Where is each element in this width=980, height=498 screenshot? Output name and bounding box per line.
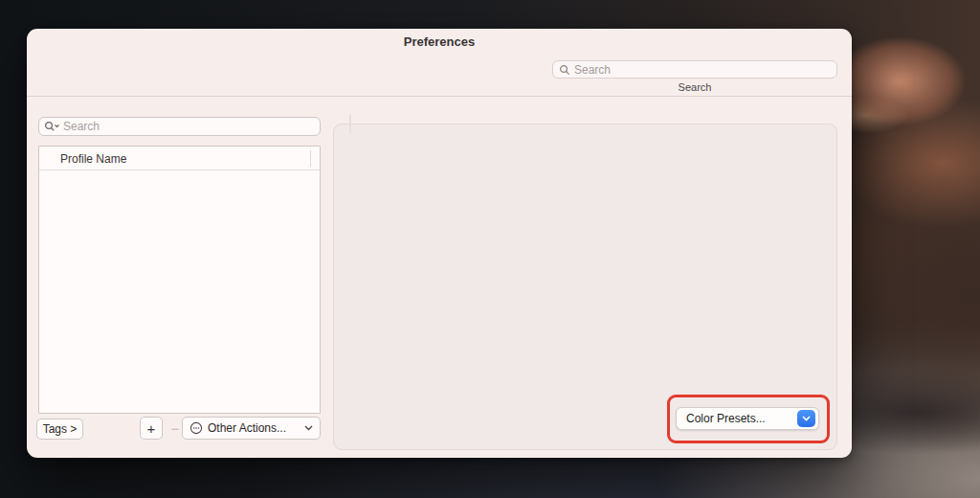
add-profile-button[interactable]: + [140, 417, 163, 440]
profile-name-column-header[interactable]: Profile Name [60, 152, 126, 166]
ellipsis-circle-icon [189, 421, 203, 435]
toolbar-search-caption: Search [552, 81, 837, 93]
chevron-down-icon [304, 425, 313, 431]
tags-button[interactable]: Tags > [36, 419, 83, 440]
search-icon [44, 121, 60, 132]
preferences-window: Preferences Search Profile Name Tags > +… [27, 29, 852, 458]
chevron-down-icon [797, 410, 815, 427]
titlebar[interactable]: Preferences [27, 29, 852, 54]
column-divider [310, 150, 311, 167]
search-icon [559, 64, 570, 76]
profile-list[interactable]: Profile Name [38, 146, 321, 414]
toolbar-search-input[interactable] [574, 63, 831, 77]
profile-search-input[interactable] [63, 120, 315, 133]
toolbar-divider [27, 96, 852, 97]
window-title: Preferences [27, 34, 852, 49]
other-actions-dropdown[interactable]: Other Actions... [182, 417, 321, 440]
color-presets-dropdown[interactable]: Color Presets... [676, 407, 819, 430]
color-presets-label: Color Presets... [686, 412, 766, 425]
other-actions-label: Other Actions... [208, 421, 286, 435]
profile-tabs [349, 114, 351, 133]
toolbar-search-field[interactable] [552, 60, 837, 79]
profile-list-header[interactable]: Profile Name [39, 147, 320, 170]
profile-search-field[interactable] [38, 117, 321, 136]
